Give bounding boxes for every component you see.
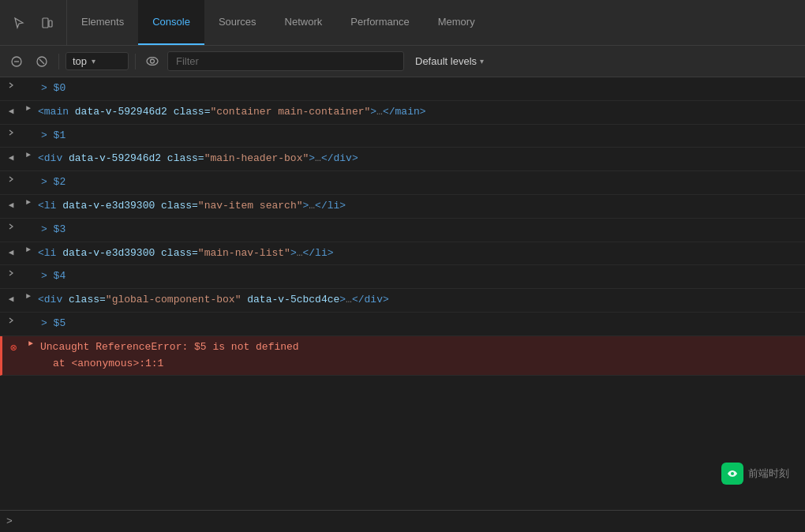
entry-content: <li data-v-e3d39300 class="main-nav-list… (35, 245, 805, 262)
svg-point-6 (151, 59, 155, 63)
entry-gutter (0, 222, 22, 230)
console-entry-3: > $3 (0, 219, 805, 242)
entry-gutter: ◀ (0, 245, 22, 257)
expand-arrow[interactable]: ► (22, 104, 35, 113)
filter-input[interactable] (167, 51, 404, 71)
svg-point-5 (147, 58, 158, 66)
expand-arrow[interactable]: ► (24, 339, 37, 348)
entry-content: <li data-v-e3d39300 class="nav-item sear… (35, 198, 805, 215)
console-entry-2: > $2 (0, 171, 805, 195)
error-content: Uncaught ReferenceError: $5 is not defin… (37, 339, 805, 373)
entry-content: > $0 (38, 81, 805, 97)
devtools-window: Elements Console Sources Network Perform… (0, 0, 805, 532)
eye-icon[interactable] (142, 51, 163, 72)
tab-performance[interactable]: Performance (336, 0, 423, 45)
console-output: > $0 ◀ ► <main data-v-592946d2 class="co… (0, 77, 805, 532)
dollar-var: > $4 (41, 270, 66, 282)
error-gutter: ⊗ (2, 339, 24, 354)
entry-gutter (0, 128, 22, 136)
entry-gutter: ◀ (0, 292, 22, 304)
error-message-line2: at <anonymous>:1:1 (40, 356, 802, 373)
tab-memory[interactable]: Memory (424, 0, 489, 45)
entry-content: <div class="global-component-box" data-v… (35, 292, 805, 309)
context-chevron-icon: ▾ (92, 57, 95, 66)
console-entry-error: ⊗ ► Uncaught ReferenceError: $5 is not d… (0, 336, 805, 377)
entry-gutter (0, 316, 22, 324)
svg-rect-1 (49, 21, 52, 27)
watermark: 前端时刻 (721, 463, 789, 485)
entry-content: > $1 (38, 128, 805, 144)
entry-gutter (0, 81, 22, 88)
console-entry-4: > $4 (0, 265, 805, 289)
console-input-area: > (0, 510, 805, 532)
default-levels-dropdown[interactable]: Default levels ▾ (409, 53, 490, 69)
dollar-var: > $3 (41, 223, 66, 235)
console-entry-0-result: ◀ ► <main data-v-592946d2 class="contain… (0, 101, 805, 125)
console-entry-5: > $5 (0, 313, 805, 336)
dollar-var: > $2 (41, 176, 66, 188)
error-icon: ⊗ (10, 341, 17, 354)
device-icon[interactable] (36, 12, 58, 34)
console-entry-1: > $1 (0, 125, 805, 148)
console-entry-0: > $0 (0, 77, 805, 101)
console-entry-2-result: ◀ ► <li data-v-e3d39300 class="nav-item … (0, 195, 805, 219)
dollar-var: > $5 (41, 317, 66, 329)
svg-rect-0 (43, 18, 48, 28)
console-toolbar: top ▾ Default levels ▾ (0, 46, 805, 77)
console-entry-4-result: ◀ ► <div class="global-component-box" da… (0, 289, 805, 313)
expand-arrow[interactable]: ► (22, 245, 35, 254)
entry-content: > $2 (38, 174, 805, 191)
entry-content: > $4 (38, 268, 805, 285)
watermark-label: 前端时刻 (748, 466, 789, 481)
entry-gutter (0, 268, 22, 276)
tab-bar: Elements Console Sources Network Perform… (0, 0, 805, 46)
separator-2 (135, 54, 136, 69)
entry-content: <div data-v-592946d2 class="main-header-… (35, 151, 805, 167)
entry-gutter: ◀ (0, 104, 22, 116)
entry-gutter: ◀ (0, 198, 22, 210)
toolbar-left-icons (0, 0, 67, 45)
tab-sources[interactable]: Sources (204, 0, 271, 45)
tab-console[interactable]: Console (138, 0, 204, 45)
expand-arrow[interactable]: ► (22, 198, 35, 207)
expand-arrow[interactable]: ► (22, 292, 35, 301)
entry-gutter (0, 174, 22, 182)
error-message-line1: Uncaught ReferenceError: $5 is not defin… (40, 341, 299, 353)
console-entry-3-result: ◀ ► <li data-v-e3d39300 class="main-nav-… (0, 242, 805, 266)
separator-1 (58, 54, 59, 69)
dollar-var: > $0 (41, 82, 66, 94)
tab-elements[interactable]: Elements (67, 0, 138, 45)
svg-line-4 (39, 59, 44, 64)
main-tabs: Elements Console Sources Network Perform… (67, 0, 805, 45)
levels-chevron-icon: ▾ (480, 57, 484, 66)
entry-content: > $3 (38, 222, 805, 238)
entry-gutter: ◀ (0, 151, 22, 163)
expand-arrow[interactable]: ► (22, 151, 35, 159)
stop-icon[interactable] (32, 51, 52, 72)
tab-network[interactable]: Network (271, 0, 337, 45)
svg-point-7 (731, 472, 734, 475)
watermark-icon (721, 463, 743, 485)
entry-content: <main data-v-592946d2 class="container m… (35, 104, 805, 121)
console-input-spacer (0, 376, 805, 407)
console-entry-1-result: ◀ ► <div data-v-592946d2 class="main-hea… (0, 148, 805, 171)
clear-console-icon[interactable] (6, 51, 27, 72)
dollar-var: > $1 (41, 129, 66, 141)
entry-content: > $5 (38, 316, 805, 332)
input-prompt: > (6, 515, 13, 527)
console-input[interactable] (19, 515, 799, 527)
cursor-icon[interactable] (8, 12, 30, 34)
context-selector[interactable]: top ▾ (66, 52, 129, 70)
